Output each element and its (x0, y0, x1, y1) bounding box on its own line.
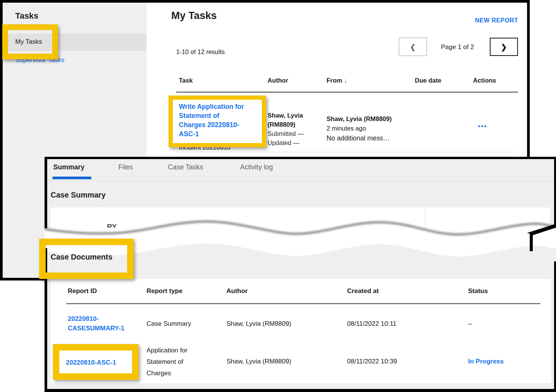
active-tab-indicator (53, 177, 91, 179)
column-header-created-at: Created at (347, 287, 379, 295)
column-header-task[interactable]: Task (179, 77, 193, 84)
screen: Tasks My Tasks Supervisor Tasks My Tasks… (0, 0, 556, 392)
column-header-actions: Actions (473, 77, 496, 84)
sidebar-item-my-tasks-label[interactable]: My Tasks (15, 38, 42, 46)
torn-partial-text: RY (107, 223, 117, 228)
sidebar-title: Tasks (15, 11, 38, 21)
case-documents-heading: Case Documents (51, 253, 112, 261)
tabbar-divider (47, 181, 554, 181)
task-author-cell: Shaw, Lyvia (RM8809) Submitted — Updated… (268, 111, 304, 147)
column-header-report-id: Report ID (68, 287, 97, 295)
case-summary-heading: Case Summary (51, 191, 106, 199)
task-actions-menu-icon[interactable]: ••• (478, 123, 487, 130)
task-link[interactable]: Write Application for Statement of Charg… (179, 102, 257, 139)
pagination-next-button[interactable]: ❯ (490, 38, 518, 56)
case-window: Summary Files Case Tasks Activity log Ca… (45, 157, 556, 392)
new-report-button[interactable]: NEW REPORT (475, 17, 518, 24)
column-header-author[interactable]: Author (268, 77, 288, 84)
task-incident-label: Incident 20220810 (179, 144, 231, 151)
results-summary: 1-10 of 12 results (176, 48, 225, 56)
sidebar-item-supervisor-tasks[interactable]: Supervisor Tasks (15, 56, 64, 64)
report-type-cell: Application for Statement of Charges (147, 345, 188, 379)
case-summary-card (51, 207, 550, 238)
column-header-due-date[interactable]: Due date (415, 77, 441, 84)
report-created-cell: 08/11/2022 10:39 (347, 358, 397, 365)
tab-activity-log[interactable]: Activity log (240, 163, 273, 171)
pagination-prev-button[interactable]: ❮ (399, 38, 427, 56)
report-link-casesummary[interactable]: 20220810- CASESUMMARY-1 (68, 314, 124, 333)
report-link-asc[interactable]: 20220810-ASC-1 (66, 358, 116, 367)
column-header-from[interactable]: From ↓ (327, 77, 347, 84)
report-type-cell: Case Summary (147, 320, 191, 328)
case-window-left-border (45, 157, 47, 228)
task-from-cell: Shaw, Lyvia (RM8809) 2 minutes ago No ad… (327, 114, 392, 143)
page-title: My Tasks (171, 10, 217, 22)
case-window-left-border (45, 248, 47, 392)
chevron-left-icon: ❮ (410, 43, 416, 51)
table-row-divider (176, 152, 518, 152)
tab-case-tasks[interactable]: Case Tasks (168, 163, 203, 171)
table-header-divider (176, 92, 518, 92)
chevron-right-icon: ❯ (501, 43, 507, 51)
report-author-cell: Shaw, Lyvia (RM8809) (226, 358, 291, 365)
report-created-cell: 08/11/2022 10:11 (347, 320, 397, 328)
sort-descending-icon: ↓ (344, 77, 347, 84)
documents-header-divider (66, 303, 540, 304)
report-author-cell: Shaw, Lyvia (RM8809) (226, 320, 291, 328)
column-header-author: Author (226, 287, 248, 295)
tab-files[interactable]: Files (118, 163, 133, 171)
pagination-label: Page 1 of 2 (427, 43, 488, 51)
column-header-report-type: Report type (147, 287, 182, 295)
tab-summary[interactable]: Summary (53, 163, 84, 171)
report-status-in-progress[interactable]: In Progress (468, 358, 504, 365)
report-status-cell: – (468, 320, 472, 328)
case-summary-card-divider (425, 207, 425, 237)
column-header-status: Status (468, 287, 488, 295)
